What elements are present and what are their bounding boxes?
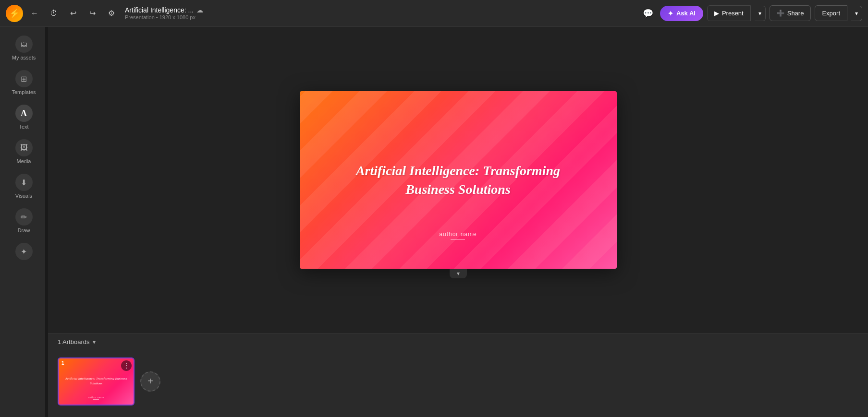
sidebar-item-label-visuals: Visuals	[15, 193, 32, 199]
sidebar-item-label-draw: Draw	[18, 227, 30, 233]
slide-title-line1: Artificial Intelligence: Transforming	[356, 163, 560, 178]
redo-button[interactable]: ↪	[85, 6, 100, 21]
export-dropdown-button[interactable]: ▾	[851, 6, 862, 21]
sidebar-item-text[interactable]: A Text	[5, 100, 43, 134]
app-logo[interactable]: ⚡	[6, 5, 23, 22]
back-button[interactable]: ←	[27, 6, 42, 21]
present-icon: ▶	[714, 10, 719, 17]
slide-author-underline	[451, 239, 465, 240]
topbar: ⚡ ← ⏱ ↩ ↪ ⚙ Artificial Intelligence: ...…	[0, 0, 868, 27]
redo-icon: ↪	[89, 9, 96, 18]
document-title: Artificial Intelligence: ... ☁	[125, 6, 636, 14]
present-dropdown-button[interactable]: ▾	[755, 6, 766, 21]
sidebar-item-ai-tools[interactable]: ✦	[5, 238, 43, 265]
sidebar-item-media[interactable]: 🖼 Media	[5, 134, 43, 169]
share-icon: ➕	[777, 10, 784, 17]
text-icon: A	[15, 105, 33, 122]
ask-ai-button[interactable]: ✦ Ask AI	[660, 6, 703, 21]
artboards-scroll[interactable]: 1 ⋮ Artificial Intelligence: Transformin…	[48, 350, 868, 417]
thumb-underline	[93, 399, 99, 400]
slide-canvas[interactable]: Artificial Intelligence: Transforming Bu…	[300, 91, 617, 269]
sparkle-icon: ✦	[668, 10, 673, 17]
collapse-panel-button[interactable]: ▾	[450, 269, 467, 278]
share-button[interactable]: ➕ Share	[770, 5, 811, 21]
slide-author-area: author name	[439, 231, 477, 240]
back-icon: ←	[31, 9, 38, 18]
sidebar-item-visuals[interactable]: ⬇ Visuals	[5, 169, 43, 203]
history-button[interactable]: ⏱	[46, 6, 61, 21]
ask-ai-label: Ask AI	[676, 10, 696, 17]
sidebar-item-draw[interactable]: ✏ Draw	[5, 203, 43, 238]
ai-tools-icon: ✦	[15, 243, 33, 260]
slide-author[interactable]: author name	[439, 231, 477, 238]
present-chevron-icon: ▾	[758, 10, 761, 17]
sidebar-item-templates[interactable]: ⊞ Templates	[5, 65, 43, 100]
settings-button[interactable]: ⚙	[104, 6, 119, 21]
document-subtitle: Presentation • 1920 x 1080 px	[125, 14, 636, 20]
settings-icon: ⚙	[108, 9, 115, 18]
logo-icon: ⚡	[9, 8, 20, 19]
present-button[interactable]: ▶ Present	[707, 5, 751, 21]
slide-title[interactable]: Artificial Intelligence: Transforming Bu…	[337, 161, 579, 199]
export-button[interactable]: Export	[815, 5, 847, 21]
topbar-right: 💬 ✦ Ask AI ▶ Present ▾ ➕ Share Export ▾	[640, 5, 862, 22]
canvas-scroll[interactable]: Artificial Intelligence: Transforming Bu…	[48, 27, 868, 333]
artboard-thumbnail[interactable]: 1 ⋮ Artificial Intelligence: Transformin…	[58, 357, 134, 405]
thumb-menu-button[interactable]: ⋮	[121, 360, 132, 371]
sidebar-item-label-text: Text	[19, 124, 28, 130]
undo-icon: ↩	[70, 9, 76, 18]
templates-icon: ⊞	[15, 70, 33, 87]
artboards-header: 1 Artboards ▾	[48, 334, 868, 350]
my-assets-icon: 🗂	[15, 36, 33, 53]
main-area: 🗂 My assets ⊞ Templates A Text 🖼 Media ⬇…	[0, 27, 868, 417]
thumb-title: Artificial Intelligence: Transforming Bu…	[62, 377, 130, 385]
add-icon: +	[147, 376, 153, 387]
export-label: Export	[822, 10, 840, 17]
present-label: Present	[722, 10, 744, 17]
thumb-author: author name	[88, 396, 104, 399]
sidebar-item-label-my-assets: My assets	[12, 55, 36, 60]
left-sidebar: 🗂 My assets ⊞ Templates A Text 🖼 Media ⬇…	[0, 27, 48, 417]
slide-container: Artificial Intelligence: Transforming Bu…	[300, 91, 617, 269]
undo-button[interactable]: ↩	[65, 6, 81, 21]
canvas-area: Artificial Intelligence: Transforming Bu…	[48, 27, 868, 417]
visuals-icon: ⬇	[15, 174, 33, 191]
export-chevron-icon: ▾	[855, 10, 858, 17]
slide-title-line2: Business Solutions	[405, 182, 511, 197]
history-icon: ⏱	[50, 9, 58, 18]
thumb-number: 1	[61, 360, 64, 366]
chat-icon: 💬	[643, 8, 653, 19]
bottom-panel: 1 Artboards ▾ 1 ⋮ Artificial Intelligenc…	[48, 333, 868, 417]
sidebar-item-my-assets[interactable]: 🗂 My assets	[5, 31, 43, 65]
share-label: Share	[787, 10, 804, 17]
media-icon: 🖼	[15, 139, 33, 156]
draw-icon: ✏	[15, 208, 33, 226]
cloud-save-icon: ☁	[196, 6, 203, 14]
sidebar-item-label-media: Media	[17, 158, 31, 164]
title-area: Artificial Intelligence: ... ☁ Presentat…	[125, 6, 636, 20]
slide-content: Artificial Intelligence: Transforming Bu…	[300, 91, 617, 269]
sidebar-item-label-templates: Templates	[12, 89, 36, 95]
add-artboard-button[interactable]: +	[140, 371, 160, 392]
chevron-down-icon: ▾	[457, 270, 460, 277]
chat-button[interactable]: 💬	[640, 5, 656, 22]
artboards-chevron-icon[interactable]: ▾	[93, 339, 96, 346]
artboards-count-label: 1 Artboards	[58, 338, 90, 346]
